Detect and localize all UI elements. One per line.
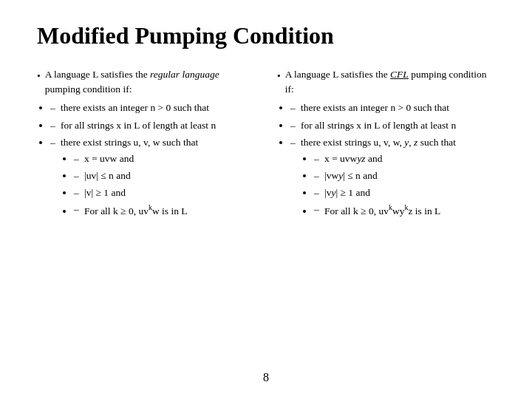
content-area: • A language L satisfies the regular lan… [37,67,495,364]
left-sub-item-2: for all strings x in L of length at leas… [50,118,255,133]
right-bullet-1: x = uvwyz and [314,152,495,166]
left-column: • A language L satisfies the regular lan… [37,67,255,364]
slide: Modified Pumping Condition • A language … [0,0,532,399]
right-bullet-list: x = uvwyz and |vwy| ≤ n and |vy| ≥ 1 and… [301,152,495,219]
right-main-bullet: • A language L satisfies the CFL pumping… [277,67,495,96]
right-sub-item-3: there exist strings u, v, w, y, z such t… [290,135,495,219]
bullet-dot-left: • [37,69,41,96]
right-bullet-2: |vwy| ≤ n and [314,169,495,183]
left-main-bullet: • A language L satisfies the regular lan… [37,67,255,96]
left-bullet-list: x = uvw and |uv| ≤ n and |v| ≥ 1 and For… [61,152,255,219]
right-main-text: A language L satisfies the CFL pumping c… [285,67,495,96]
left-bullet-4: For all k ≥ 0, uvkw is in L [74,202,255,218]
right-bullet-4: For all k ≥ 0, uvkwykz is in L [314,202,495,218]
left-sub-list: there exists an integer n > 0 such that … [37,100,255,219]
right-sub-item-2: for all strings x in L of length at leas… [290,118,495,133]
right-sub-item-1: there exists an integer n > 0 such that [290,100,495,115]
right-sub-list: there exists an integer n > 0 such that … [277,100,495,219]
page-number: 8 [37,371,495,384]
left-bullet-3: |v| ≥ 1 and [74,186,255,200]
left-sub-item-3: there exist strings u, v, w such that x … [50,135,255,219]
left-main-text: A language L satisfies the regular langu… [45,67,255,96]
slide-title: Modified Pumping Condition [37,22,495,50]
bullet-dot-right: • [277,69,281,96]
left-bullet-1: x = uvw and [74,152,255,166]
left-bullet-2: |uv| ≤ n and [74,169,255,183]
right-column: • A language L satisfies the CFL pumping… [277,67,495,364]
left-sub-item-1: there exists an integer n > 0 such that [50,100,255,115]
right-bullet-3: |vy| ≥ 1 and [314,186,495,200]
